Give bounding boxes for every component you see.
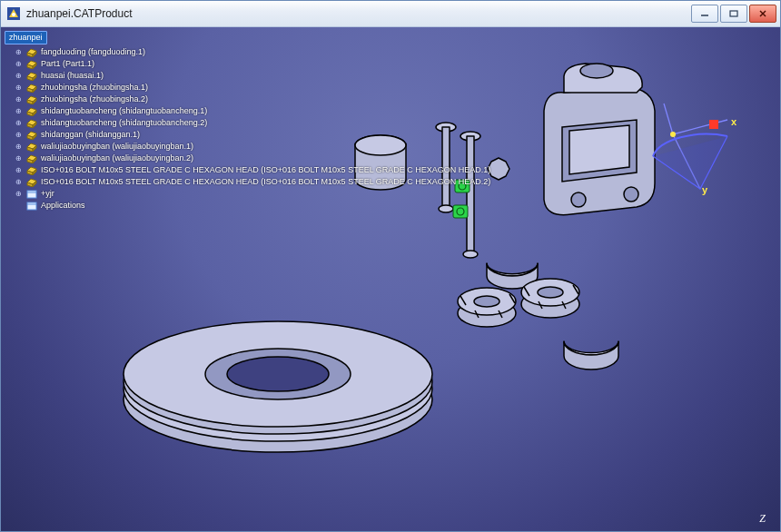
tree-expander-icon[interactable]: ⊕ — [15, 70, 23, 82]
part-icon — [26, 178, 37, 187]
compass[interactable]: x y — [637, 98, 746, 198]
tree-item-label: ISO+016 BOLT M10x5 STEEL GRADE C HEXAGON… — [41, 176, 490, 188]
close-button[interactable] — [749, 5, 776, 23]
tree-item-label: Applications — [41, 200, 85, 212]
tree-item[interactable]: ⊕ISO+016 BOLT M10x5 STEEL GRADE C HEXAGO… — [5, 176, 490, 188]
tree-expander-icon[interactable]: ⊕ — [15, 117, 23, 129]
specification-tree[interactable]: zhuanpei ⊕fangduoding (fangduoding.1)⊕Pa… — [5, 31, 490, 212]
part-icon — [26, 107, 37, 116]
svg-rect-37 — [709, 120, 718, 129]
tree-item[interactable]: ⊕huasai (huasai.1) — [5, 70, 490, 82]
tree-item-label: ISO+016 BOLT M10x5 STEEL GRADE C HEXAGON… — [41, 164, 490, 176]
part-icon — [26, 84, 37, 93]
part-star — [488, 158, 509, 180]
tree-expander-icon[interactable]: ⊕ — [15, 188, 23, 200]
tree-item-label: waliujiaobuyingban (waliujiaobuyingban.2… — [41, 153, 193, 164]
axis-x-label: x — [731, 116, 737, 127]
part-icon — [26, 60, 37, 69]
tree-item-label: shidanggan (shidanggan.1) — [41, 129, 140, 141]
tree-expander-icon[interactable]: ⊕ — [15, 129, 23, 141]
tree-item-label: huasai (huasai.1) — [41, 70, 104, 82]
tree-root-node[interactable]: zhuanpei — [5, 31, 47, 44]
part-icon — [26, 154, 37, 163]
tree-item[interactable]: ⊕shidangtuobancheng (shidangtuobancheng.… — [5, 117, 490, 129]
tree-expander-icon[interactable]: ⊕ — [15, 164, 23, 176]
svg-point-38 — [670, 132, 676, 137]
svg-point-25 — [571, 192, 586, 207]
tree-expander-icon[interactable]: ⊕ — [15, 58, 23, 70]
tree-item[interactable]: ⊕waliujiaobuyingban (waliujiaobuyingban.… — [5, 141, 490, 153]
svg-point-12 — [227, 357, 329, 391]
part-hub-left — [458, 288, 516, 327]
part-rotor-disc — [124, 321, 432, 452]
axis-y-label: y — [702, 184, 708, 195]
svg-rect-3 — [730, 11, 737, 16]
part-hub-right — [521, 279, 579, 318]
title-bar[interactable]: zhuanpei.CATProduct — [1, 1, 780, 27]
svg-point-19 — [463, 251, 478, 258]
tree-item[interactable]: ⊕Part1 (Part1.1) — [5, 58, 490, 70]
part-icon — [26, 131, 37, 140]
tree-item-label: fangduoding (fangduoding.1) — [41, 46, 145, 58]
tree-item-label: +yjr — [41, 188, 54, 200]
document-icon — [26, 190, 37, 199]
tree-item-label: waliujiaobuyingban (waliujiaobuyingban.1… — [41, 141, 193, 153]
tree-expander-icon[interactable]: ⊕ — [15, 105, 23, 117]
app-window: zhuanpei.CATProduct — [0, 0, 781, 532]
tree-expander-icon[interactable]: ⊕ — [15, 46, 23, 58]
svg-point-1 — [12, 13, 15, 16]
tree-item-label: zhuobingsha (zhuobingsha.2) — [41, 94, 148, 105]
tree-item-label: Part1 (Part1.1) — [41, 58, 94, 70]
svg-point-24 — [580, 64, 613, 78]
tree-item-label: zhuobingsha (zhuobingsha.1) — [41, 82, 148, 94]
svg-point-32 — [538, 287, 563, 298]
applications-icon — [26, 202, 37, 211]
app-icon — [6, 6, 21, 21]
part-icon — [26, 95, 37, 104]
svg-rect-33 — [27, 191, 36, 198]
window-title: zhuanpei.CATProduct — [26, 7, 691, 20]
part-icon — [26, 119, 37, 128]
tree-item-label: shidangtuobancheng (shidangtuobancheng.2… — [41, 117, 207, 129]
part-icon — [26, 72, 37, 81]
tree-expander-icon[interactable]: ⊕ — [15, 153, 23, 164]
part-pad-2 — [564, 341, 618, 369]
axis-z-label: Z — [759, 512, 766, 526]
tree-expander-icon[interactable]: ⊕ — [15, 176, 23, 188]
3d-viewport[interactable]: zhuanpei ⊕fangduoding (fangduoding.1)⊕Pa… — [1, 27, 780, 531]
part-icon — [26, 48, 37, 57]
tree-item-label: shidangtuobancheng (shidangtuobancheng.1… — [41, 105, 207, 117]
tree-expander-icon[interactable]: ⊕ — [15, 141, 23, 153]
tree-item[interactable]: ⊕fangduoding (fangduoding.1) — [5, 46, 490, 58]
tree-expander-icon[interactable]: ⊕ — [15, 82, 23, 94]
tree-item[interactable]: ⊕zhuobingsha (zhuobingsha.2) — [5, 94, 490, 105]
maximize-button[interactable] — [720, 5, 747, 23]
tree-item[interactable]: ⊕waliujiaobuyingban (waliujiaobuyingban.… — [5, 153, 490, 164]
minimize-button[interactable] — [691, 5, 718, 23]
tree-item[interactable]: ⊕shidangtuobancheng (shidangtuobancheng.… — [5, 105, 490, 117]
tree-item[interactable]: ⊕shidanggan (shidanggan.1) — [5, 129, 490, 141]
svg-point-29 — [474, 296, 499, 307]
tree-root-label: zhuanpei — [9, 32, 43, 44]
svg-rect-35 — [27, 202, 36, 210]
part-icon — [26, 166, 37, 175]
tree-expander-icon[interactable]: ⊕ — [15, 94, 23, 105]
tree-item[interactable]: ⊕+yjr — [5, 188, 490, 200]
tree-item[interactable]: Applications — [5, 200, 490, 212]
window-controls — [691, 5, 776, 23]
part-icon — [26, 143, 37, 152]
tree-item[interactable]: ⊕zhuobingsha (zhuobingsha.1) — [5, 82, 490, 94]
tree-item[interactable]: ⊕ISO+016 BOLT M10x5 STEEL GRADE C HEXAGO… — [5, 164, 490, 176]
